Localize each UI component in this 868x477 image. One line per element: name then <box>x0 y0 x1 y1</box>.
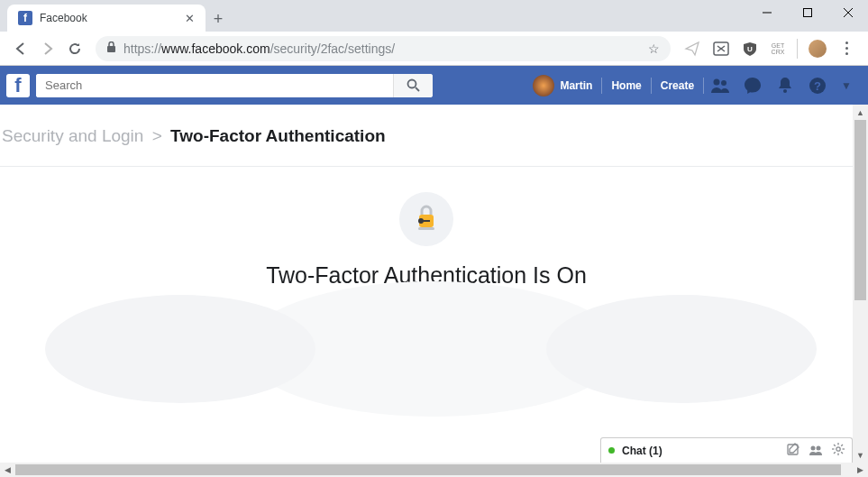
close-tab-icon[interactable]: ✕ <box>185 12 195 25</box>
svg-line-31 <box>834 452 836 454</box>
navbar-profile-link[interactable]: Martin <box>524 75 601 96</box>
profile-avatar[interactable] <box>807 38 828 60</box>
svg-rect-19 <box>423 220 430 222</box>
page-content: Security and Login > Two-Factor Authenti… <box>0 105 853 463</box>
facebook-favicon: f <box>18 11 32 25</box>
chrome-menu-button[interactable] <box>836 38 857 60</box>
svg-point-9 <box>408 80 416 88</box>
browser-tab[interactable]: f Facebook ✕ <box>7 5 206 32</box>
lock-illustration <box>399 192 453 246</box>
scroll-thumb[interactable] <box>15 464 841 475</box>
notifications-icon[interactable] <box>773 74 797 97</box>
scroll-right-arrow[interactable]: ▶ <box>853 463 868 477</box>
reload-icon <box>68 41 82 56</box>
chat-dock[interactable]: Chat (1) <box>600 437 853 463</box>
window-titlebar: f Facebook ✕ + <box>0 0 868 32</box>
breadcrumb-separator: > <box>152 126 162 145</box>
svg-line-30 <box>841 445 843 446</box>
window-controls <box>746 0 868 25</box>
tab-title: Facebook <box>40 12 185 24</box>
arrow-left-icon <box>14 41 28 56</box>
svg-text:?: ? <box>814 79 821 93</box>
two-factor-status-panel: Two-Factor Authentication Is On Since Ja… <box>0 167 853 367</box>
svg-text:U: U <box>747 45 753 53</box>
facebook-logo[interactable]: f <box>6 74 30 97</box>
help-icon[interactable]: ? <box>806 74 829 97</box>
toolbar-separator <box>797 39 798 59</box>
arrow-right-icon <box>41 41 55 56</box>
svg-point-13 <box>783 89 787 93</box>
new-tab-button[interactable]: + <box>206 6 231 32</box>
send-extension-icon[interactable] <box>681 38 703 60</box>
facebook-search <box>36 74 433 97</box>
chat-label: Chat (1) <box>622 445 778 457</box>
nav-separator <box>703 78 704 94</box>
ublock-extension-icon[interactable]: U <box>739 38 761 60</box>
chat-settings-icon[interactable] <box>832 443 845 458</box>
address-bar[interactable]: https://www.facebook.com/security/2fac/s… <box>96 36 671 61</box>
facebook-navbar: f Martin Home Create ? ▼ <box>0 66 868 105</box>
friend-requests-icon[interactable] <box>708 74 732 97</box>
svg-point-11 <box>714 78 720 85</box>
lock-icon <box>106 41 116 56</box>
horizontal-scrollbar[interactable]: ◀ ▶ <box>0 463 868 477</box>
breadcrumb-current: Two-Factor Authentication <box>170 126 386 145</box>
breadcrumb-parent[interactable]: Security and Login <box>2 126 143 145</box>
kebab-icon <box>845 41 848 55</box>
svg-point-12 <box>721 80 726 86</box>
blocker-extension-icon[interactable] <box>710 38 732 60</box>
back-button[interactable] <box>7 35 34 62</box>
svg-point-23 <box>836 447 840 451</box>
online-dot-icon <box>608 447 615 454</box>
bookmark-star-icon[interactable]: ☆ <box>648 41 660 56</box>
scroll-up-arrow[interactable]: ▲ <box>853 105 868 120</box>
padlock-key-icon <box>411 204 442 234</box>
close-icon <box>844 8 853 17</box>
minimize-button[interactable] <box>746 0 787 25</box>
maximize-icon <box>803 8 812 17</box>
create-link[interactable]: Create <box>652 79 703 92</box>
svg-line-28 <box>834 445 836 446</box>
compose-message-icon[interactable] <box>787 443 799 458</box>
svg-rect-1 <box>803 9 811 17</box>
maximize-button[interactable] <box>787 0 827 25</box>
search-input[interactable] <box>36 74 393 97</box>
home-link[interactable]: Home <box>602 79 650 92</box>
vertical-scrollbar[interactable]: ▲ ▼ <box>853 105 868 463</box>
url-text: https://www.facebook.com/security/2fac/s… <box>123 41 648 56</box>
breadcrumb: Security and Login > Two-Factor Authenti… <box>0 105 853 167</box>
messenger-icon[interactable] <box>741 74 764 97</box>
svg-point-22 <box>817 445 821 450</box>
close-window-button[interactable] <box>827 0 868 25</box>
search-icon <box>407 78 420 92</box>
svg-line-29 <box>841 452 843 454</box>
svg-point-21 <box>811 445 816 450</box>
scroll-down-arrow[interactable]: ▼ <box>853 447 868 463</box>
minimize-icon <box>763 8 772 17</box>
scroll-left-arrow[interactable]: ◀ <box>0 463 15 477</box>
user-avatar <box>533 75 554 96</box>
browser-toolbar: https://www.facebook.com/security/2fac/s… <box>0 32 868 66</box>
getcrx-extension-icon[interactable]: GET CRX <box>768 38 788 60</box>
chat-group-icon[interactable] <box>809 444 823 458</box>
reload-button[interactable] <box>61 35 88 62</box>
user-name: Martin <box>560 79 592 92</box>
search-button[interactable] <box>393 74 433 97</box>
account-dropdown-arrow[interactable]: ▼ <box>834 79 859 92</box>
svg-rect-17 <box>418 227 434 230</box>
scroll-thumb[interactable] <box>854 120 866 300</box>
forward-button[interactable] <box>34 35 61 62</box>
decorative-hills <box>0 304 853 367</box>
svg-rect-4 <box>107 46 115 52</box>
svg-line-10 <box>416 87 419 91</box>
